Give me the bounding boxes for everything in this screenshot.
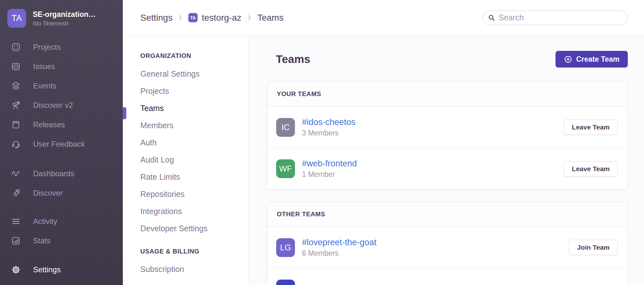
breadcrumb-current-teams[interactable]: Teams	[257, 13, 284, 23]
org-user-name: Ido Shemesh	[33, 20, 96, 27]
team-info: #lovepreet-the-goat 6 Members	[302, 238, 376, 258]
stats-icon	[10, 235, 21, 246]
sidebar-nav: Projects Issues	[0, 37, 123, 279]
search-icon	[487, 14, 496, 23]
org-avatar: TA	[7, 9, 26, 28]
sidebar-item-label: Activity	[33, 217, 57, 226]
sidebar-item-label: Events	[33, 81, 56, 90]
sidebar-item-projects[interactable]: Projects	[0, 37, 123, 57]
chevron-right-icon	[177, 14, 184, 22]
breadcrumb-org-label: testorg-az	[202, 13, 242, 23]
events-icon	[10, 80, 21, 91]
app-root: TA SE-organization… Ido Shemesh Project	[0, 0, 644, 285]
settings-nav-item-members[interactable]: Members	[140, 117, 248, 134]
sidebar-item-label: Settings	[33, 265, 61, 274]
gear-icon	[10, 264, 21, 275]
org-meta: SE-organization… Ido Shemesh	[33, 10, 96, 27]
pulse-icon	[10, 168, 21, 179]
create-team-button[interactable]: Create Team	[556, 51, 628, 67]
telescope-icon	[10, 100, 21, 111]
rocket-icon	[10, 188, 21, 198]
panel-header: YOUR TEAMS	[267, 82, 627, 107]
right-area: Settings TA testorg-az Teams	[123, 0, 644, 285]
team-member-count: 6 Members	[302, 249, 376, 258]
panel-header: OTHER TEAMS	[267, 202, 627, 227]
settings-nav-list: Subscription	[140, 261, 248, 278]
sidebar-item-label: Releases	[33, 120, 65, 129]
breadcrumb-org[interactable]: TA testorg-az	[188, 13, 242, 23]
team-member-count: 3 Members	[302, 129, 355, 137]
releases-icon	[10, 119, 21, 130]
team-member-count: 1 Member	[302, 170, 357, 179]
search-input[interactable]	[482, 10, 628, 25]
org-switcher[interactable]: TA SE-organization… Ido Shemesh	[7, 9, 116, 28]
sidebar-item-discover-v2[interactable]: Discover v2	[0, 95, 123, 115]
settings-nav: ORGANIZATION General Settings Projects T…	[123, 36, 249, 285]
breadcrumb: Settings TA testorg-az Teams	[140, 13, 284, 23]
settings-nav-item-auth[interactable]: Auth	[140, 134, 248, 151]
sidebar-item-label: Discover v2	[33, 101, 73, 110]
projects-icon	[10, 42, 21, 52]
team-row: LG #lovepreet-the-goat 6 Members Join Te…	[267, 227, 627, 268]
leave-team-button[interactable]: Leave Team	[564, 120, 618, 135]
settings-nav-item-subscription[interactable]: Subscription	[140, 261, 248, 278]
org-name: SE-organization…	[33, 10, 96, 19]
sidebar-item-label: Discover	[33, 189, 63, 198]
team-avatar: WF	[276, 159, 295, 178]
sidebar-item-settings[interactable]: Settings	[0, 260, 123, 279]
sidebar-item-label: User Feedback	[33, 140, 85, 149]
settings-nav-list: General Settings Projects Teams Members …	[140, 65, 248, 237]
top-header: Settings TA testorg-az Teams	[123, 0, 644, 36]
team-row-partial	[267, 268, 627, 285]
content-area: ORGANIZATION General Settings Projects T…	[123, 36, 644, 285]
page-header: Teams Create Team	[267, 51, 628, 67]
sidebar-item-issues[interactable]: Issues	[0, 57, 123, 76]
sidebar-group-gap	[0, 250, 123, 260]
team-avatar: LG	[276, 238, 295, 257]
sidebar-item-activity[interactable]: Activity	[0, 212, 123, 231]
sidebar-item-stats[interactable]: Stats	[0, 231, 123, 250]
team-row: WF #web-frontend 1 Member Leave Team	[267, 148, 627, 189]
settings-nav-item-rate-limits[interactable]: Rate Limits	[140, 168, 248, 185]
settings-nav-item-integrations[interactable]: Integrations	[140, 203, 248, 220]
sidebar-item-label: Stats	[33, 236, 51, 245]
create-team-label: Create Team	[576, 55, 620, 64]
team-link[interactable]: #idos-cheetos	[302, 117, 355, 127]
sidebar-group-gap	[0, 203, 123, 212]
user-feedback-icon	[10, 139, 21, 149]
sidebar-item-discover[interactable]: Discover	[0, 183, 123, 203]
sidebar-item-label: Dashboards	[33, 169, 74, 178]
team-avatar	[276, 280, 295, 285]
sidebar-item-events[interactable]: Events	[0, 76, 123, 95]
activity-lines-icon	[10, 216, 21, 227]
team-info: #web-frontend 1 Member	[302, 159, 357, 179]
search-box	[482, 10, 628, 25]
issues-icon	[10, 61, 21, 72]
sidebar-item-releases[interactable]: Releases	[0, 115, 123, 134]
team-row: IC #idos-cheetos 3 Members Leave Team	[267, 107, 627, 148]
plus-circle-icon	[564, 55, 572, 64]
settings-nav-section-header: USAGE & BILLING	[140, 248, 248, 255]
sidebar-item-label: Projects	[33, 43, 61, 52]
breadcrumb-settings[interactable]: Settings	[140, 13, 172, 23]
team-info: #idos-cheetos 3 Members	[302, 117, 355, 137]
join-team-button[interactable]: Join Team	[569, 240, 618, 255]
settings-nav-item-general-settings[interactable]: General Settings	[140, 65, 248, 82]
team-link[interactable]: #web-frontend	[302, 159, 357, 169]
sidebar-item-label: Issues	[33, 62, 55, 71]
sidebar-item-dashboards[interactable]: Dashboards	[0, 164, 123, 183]
sidebar-item-user-feedback[interactable]: User Feedback	[0, 134, 123, 154]
settings-nav-item-developer-settings[interactable]: Developer Settings	[140, 220, 248, 237]
settings-nav-item-projects[interactable]: Projects	[140, 82, 248, 100]
settings-nav-item-repositories[interactable]: Repositories	[140, 185, 248, 203]
team-link[interactable]: #lovepreet-the-goat	[302, 238, 376, 247]
settings-nav-item-audit-log[interactable]: Audit Log	[140, 151, 248, 168]
settings-nav-active-indicator	[123, 107, 126, 119]
chevron-right-icon	[246, 14, 253, 22]
page-title: Teams	[276, 53, 310, 66]
leave-team-button[interactable]: Leave Team	[564, 161, 618, 177]
sidebar: TA SE-organization… Ido Shemesh Project	[0, 0, 123, 285]
other-teams-panel: OTHER TEAMS LG #lovepreet-the-goat 6 Mem…	[267, 202, 628, 285]
sidebar-group-gap	[0, 154, 123, 164]
settings-nav-item-teams[interactable]: Teams	[140, 100, 248, 117]
